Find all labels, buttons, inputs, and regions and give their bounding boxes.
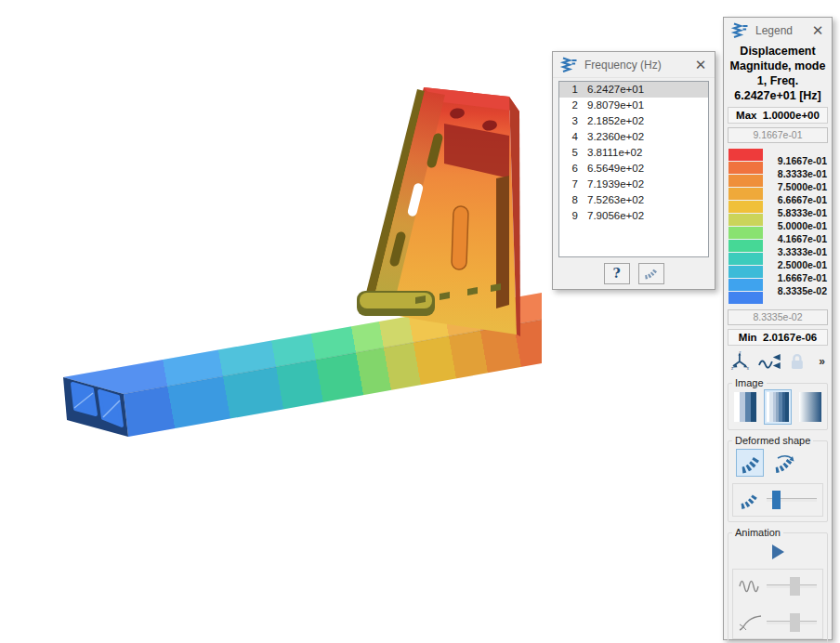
image-section: Image bbox=[728, 383, 828, 430]
mode-frequency-value: 9.8079e+01 bbox=[587, 98, 644, 113]
scale-labels: 9.1667e-018.3333e-017.5000e-016.6667e-01… bbox=[763, 149, 828, 305]
mode-number: 8 bbox=[559, 192, 578, 208]
frequency-mode-row[interactable]: 6 6.5649e+02 bbox=[559, 161, 708, 177]
deformed-shape-icon bbox=[643, 266, 660, 281]
deformation-scale-slider[interactable] bbox=[767, 498, 817, 502]
play-icon[interactable] bbox=[772, 545, 784, 559]
frequency-mode-row[interactable]: 7 7.1939e+02 bbox=[559, 177, 708, 192]
animation-speed-slider[interactable] bbox=[767, 584, 817, 588]
help-label: ? bbox=[612, 266, 620, 281]
mode-number: 1 bbox=[559, 82, 578, 98]
close-icon[interactable]: ✕ bbox=[810, 23, 825, 37]
deformed-shape-section-label: Deformed shape bbox=[732, 435, 813, 446]
frequency-titlebar[interactable]: Frequency (Hz) ✕ bbox=[553, 52, 715, 78]
mode-number: 6 bbox=[559, 161, 578, 177]
help-button[interactable]: ? bbox=[604, 263, 630, 284]
frequency-mode-list[interactable]: 1 6.2427e+01 2 9.8079e+01 3 2.1852e+02 4… bbox=[558, 81, 709, 257]
upper-bound-input[interactable]: 9.1667e-01 bbox=[728, 127, 828, 143]
color-band bbox=[728, 162, 763, 174]
scale-label: 3.3333e-01 bbox=[763, 245, 828, 258]
mode-number: 5 bbox=[559, 145, 578, 161]
mode-frequency-value: 3.2360e+02 bbox=[587, 129, 644, 145]
image-style-discrete-button[interactable] bbox=[731, 389, 759, 425]
deformed-beam-icon bbox=[739, 491, 761, 509]
color-scale: 9.1667e-018.3333e-017.5000e-016.6667e-01… bbox=[728, 149, 828, 305]
probe-plot-icon[interactable] bbox=[757, 352, 781, 371]
mode-number: 4 bbox=[559, 129, 578, 145]
plot-title-line: 1, Freq. bbox=[724, 73, 832, 88]
scale-label: 8.3333e-01 bbox=[763, 167, 828, 180]
deformed-shape-on-button-selected[interactable] bbox=[736, 449, 764, 477]
lower-bound-input[interactable]: 8.3335e-02 bbox=[728, 309, 828, 325]
color-band bbox=[728, 279, 763, 291]
color-band bbox=[728, 266, 763, 278]
image-style-banded-button-selected[interactable] bbox=[764, 389, 792, 425]
mode-frequency-value: 6.2427e+01 bbox=[587, 82, 644, 98]
deformed-beam-icon bbox=[739, 452, 761, 474]
deformed-shape-button-disabled[interactable] bbox=[638, 263, 664, 284]
frequency-window-footer: ? bbox=[553, 257, 715, 289]
scale-label: 5.0000e-01 bbox=[763, 219, 828, 232]
deformed-shape-overlay-button[interactable] bbox=[769, 449, 799, 477]
lock-icon[interactable] bbox=[788, 352, 807, 371]
frequency-study-icon bbox=[559, 57, 578, 72]
mode-frequency-value: 2.1852e+02 bbox=[587, 113, 644, 129]
legend-window-title: Legend bbox=[755, 24, 810, 37]
frequency-mode-row[interactable]: 1 6.2427e+01 bbox=[559, 82, 708, 98]
close-icon[interactable]: ✕ bbox=[693, 58, 708, 72]
slider-handle[interactable] bbox=[772, 491, 781, 509]
mode-frequency-value: 7.9056e+02 bbox=[587, 208, 644, 224]
deformation-scale-panel bbox=[732, 483, 823, 517]
animation-section: Animation bbox=[728, 532, 828, 643]
mode-frequency-value: 6.5649e+02 bbox=[587, 161, 644, 177]
color-band bbox=[728, 201, 763, 213]
color-band bbox=[728, 292, 763, 304]
mode-frequency-value: 7.5263e+02 bbox=[587, 192, 644, 208]
scale-label: 6.6667e-01 bbox=[763, 193, 828, 206]
scale-label: 8.3335e-02 bbox=[763, 284, 828, 297]
mode-number: 2 bbox=[559, 98, 578, 113]
color-band bbox=[728, 175, 763, 187]
image-section-label: Image bbox=[732, 377, 767, 388]
animation-section-label: Animation bbox=[732, 527, 783, 538]
plot-title-line: Magnitude, mode bbox=[724, 59, 832, 73]
slider-handle[interactable] bbox=[790, 577, 800, 596]
legend-titlebar[interactable]: Legend ✕ bbox=[724, 18, 832, 43]
mode-number: 3 bbox=[559, 113, 578, 129]
color-band bbox=[728, 214, 763, 226]
more-options-chevron-icon[interactable]: » bbox=[819, 355, 826, 368]
frequency-mode-row[interactable]: 5 3.8111e+02 bbox=[559, 145, 708, 161]
deformed-shape-section: Deformed shape bbox=[728, 440, 828, 522]
frequency-mode-row[interactable]: 9 7.9056e+02 bbox=[559, 208, 708, 224]
mode-number: 9 bbox=[559, 208, 578, 224]
mode-frequency-value: 7.1939e+02 bbox=[587, 177, 644, 192]
legend-toolbar: Y x z » bbox=[724, 347, 832, 374]
mode-frequency-value: 3.8111e+02 bbox=[587, 145, 642, 161]
svg-text:Y: Y bbox=[739, 351, 742, 355]
scale-label: 9.1667e-01 bbox=[763, 154, 828, 167]
triad-axes-icon[interactable]: Y x z bbox=[730, 351, 751, 372]
scale-label: 4.1667e-01 bbox=[763, 232, 828, 245]
color-band bbox=[728, 227, 763, 239]
plot-title-line: 6.2427e+01 [Hz] bbox=[724, 88, 832, 103]
deformed-beam-arrow-icon bbox=[772, 452, 796, 474]
color-band bbox=[728, 253, 763, 265]
plot-title-line: Displacement bbox=[724, 44, 832, 59]
frequency-mode-row[interactable]: 3 2.1852e+02 bbox=[559, 113, 708, 129]
frequency-mode-row[interactable]: 4 3.2360e+02 bbox=[559, 129, 708, 145]
frequency-study-icon bbox=[730, 22, 749, 38]
amplitude-curve-icon bbox=[739, 612, 763, 633]
banded-fringe-icon bbox=[767, 392, 789, 422]
mode-number: 7 bbox=[559, 177, 578, 192]
image-style-smooth-button[interactable] bbox=[796, 389, 824, 425]
frequency-mode-row[interactable]: 8 7.5263e+02 bbox=[559, 192, 708, 208]
frequency-window-title: Frequency (Hz) bbox=[584, 59, 693, 72]
animation-amplitude-slider[interactable] bbox=[767, 621, 817, 624]
color-band bbox=[728, 149, 763, 161]
slider-handle[interactable] bbox=[790, 613, 800, 632]
color-band bbox=[728, 188, 763, 200]
svg-text:x: x bbox=[747, 366, 750, 371]
frequency-mode-row[interactable]: 2 9.8079e+01 bbox=[559, 98, 708, 113]
color-bands bbox=[728, 149, 763, 305]
scale-label: 5.8333e-01 bbox=[763, 206, 828, 219]
